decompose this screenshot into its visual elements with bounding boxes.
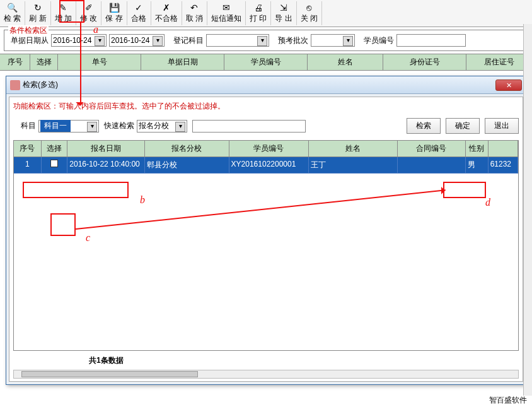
row-count: 共1条数据 [89,355,124,366]
col-residence: 居住证号 [466,54,532,70]
result-table-header: 序号 选择 报名日期 报名分校 学员编号 姓名 合同编号 性别 [14,141,518,157]
close-button[interactable]: ⎋关 闭 [297,1,322,25]
edit-icon: ✐ [84,3,94,13]
cell-select[interactable] [42,157,68,174]
search-button[interactable]: 🔍检 索 [0,1,25,25]
pass-button[interactable]: ✓合格 [127,1,151,25]
sms-icon: ✉ [221,3,231,13]
v-scrollbar[interactable] [523,24,532,396]
save-button[interactable]: 💾保 存 [101,1,127,25]
date-to-combo[interactable]: 2016-10-24 [109,34,165,47]
col-name: 姓名 [308,54,383,70]
close-icon: ⎋ [304,3,314,13]
h-scrollbar[interactable] [13,370,519,379]
date-from-label: 单据日期从 [11,35,49,46]
export-button[interactable]: ⇲导 出 [271,1,296,25]
rcol-branch: 报名分校 [145,141,229,157]
rcol-extra [489,141,518,157]
undo-icon: ↶ [189,3,199,13]
date-from-combo[interactable]: 2016-10-24 [51,34,107,47]
pre-batch-combo[interactable] [311,34,355,47]
pre-batch-label: 预考批次 [278,35,308,46]
quick-search-label: 快速检索 [104,121,134,131]
brand-label: 智百盛软件 [489,395,527,406]
dlg-search-button[interactable]: 检索 [407,118,441,134]
col-select: 选择 [30,54,58,70]
condition-panel: 单据日期从 2016-10-24 2016-10-24 登记科目 预考批次 学员… [4,30,528,51]
rcol-contract: 合同编号 [398,141,465,157]
dlg-exit-button[interactable]: 退出 [485,118,519,134]
reg-subject-combo[interactable] [206,34,269,47]
cell-extra: 61232 [489,157,518,174]
cell-gender: 男 [466,157,489,174]
cell-no: 1 [14,157,42,174]
print-button[interactable]: 🖨打 印 [246,1,271,25]
reg-subject-label: 登记科目 [173,35,204,46]
search-dialog: 检索(多选) ✕ 功能检索区：可输入内容后回车查找。选中了的不会被过滤掉。 科目… [6,76,526,385]
rcol-date: 报名日期 [67,141,144,157]
dialog-icon [10,80,20,90]
scrollbar-thumb[interactable] [21,371,198,377]
subject-label: 科目 [21,121,36,131]
quick-search-input[interactable] [192,120,306,133]
subject-combo[interactable]: 科目一 [38,120,99,133]
rcol-name: 姓名 [309,141,398,157]
quick-search-combo[interactable]: 报名分校 [137,120,187,133]
rcol-no: 序号 [14,141,42,157]
result-table: 序号 选择 报名日期 报名分校 学员编号 姓名 合同编号 性别 1 2016-1… [13,140,519,351]
fail-button[interactable]: ✗不合格 [151,1,182,25]
student-no-label: 学员编号 [364,35,394,46]
binoculars-icon: 🔍 [8,3,18,13]
rcol-select: 选择 [42,141,68,157]
rcol-gender: 性别 [466,141,489,157]
col-studentno: 学员编号 [224,54,308,70]
col-idcard: 身份证号 [383,54,466,70]
cell-date: 2016-10-22 10:40:00 [67,157,144,174]
edit-button[interactable]: ✐修 改 [76,1,101,25]
export-icon: ⇲ [279,3,289,13]
save-icon: 💾 [109,3,119,13]
col-no: 序号 [0,54,30,70]
student-no-input[interactable] [396,34,466,47]
refresh-button[interactable]: ↻刷 新 [25,1,50,25]
rcol-student: 学员编号 [229,141,309,157]
cancel-button[interactable]: ↶取 消 [182,1,207,25]
sms-button[interactable]: ✉短信通知 [207,1,246,25]
check-icon: ✓ [134,3,144,13]
row-checkbox[interactable] [50,160,58,167]
col-billno: 单号 [58,54,141,70]
hint-text: 功能检索区：可输入内容后回车查找。选中了的不会被过滤掉。 [13,101,519,112]
add-button[interactable]: ✎增 加 [51,1,76,25]
table-row[interactable]: 1 2016-10-22 10:40:00 郫县分校 XY20161022000… [14,157,518,174]
dialog-close-button[interactable]: ✕ [495,80,522,91]
add-icon: ✎ [58,3,68,13]
dialog-titlebar[interactable]: 检索(多选) ✕ [6,76,526,94]
cell-branch: 郫县分校 [145,157,229,174]
dlg-ok-button[interactable]: 确定 [446,118,480,134]
refresh-icon: ↻ [33,3,43,13]
print-icon: 🖨 [253,3,263,13]
cross-icon: ✗ [161,3,171,13]
dialog-title: 检索(多选) [23,80,495,90]
main-table-header: 序号 选择 单号 单据日期 学员编号 姓名 身份证号 居住证号 [0,54,532,71]
col-billdate: 单据日期 [141,54,224,70]
cell-name: 王丁 [309,157,398,174]
cell-student: XY2016102200001 [229,157,309,174]
cell-contract [398,157,465,174]
main-toolbar: 🔍检 索 ↻刷 新 ✎增 加 ✐修 改 💾保 存 ✓合格 ✗不合格 ↶取 消 ✉… [0,0,532,27]
